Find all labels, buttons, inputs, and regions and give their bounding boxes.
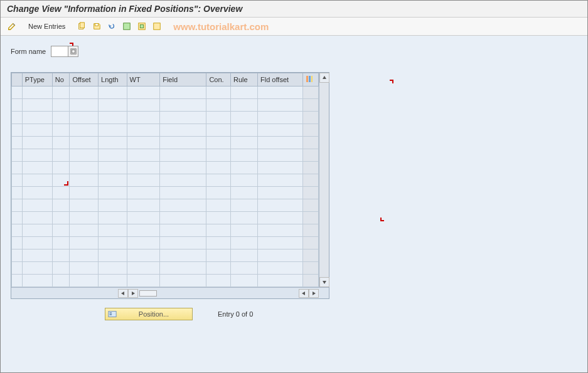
save-icon[interactable] [90, 20, 103, 33]
table-cell[interactable] [230, 174, 257, 187]
table-cell[interactable] [258, 262, 303, 275]
table-cell[interactable] [258, 187, 303, 199]
table-cell[interactable] [230, 99, 257, 112]
table-cell[interactable] [160, 237, 206, 250]
table-cell[interactable] [230, 237, 257, 250]
table-cell[interactable] [22, 174, 52, 187]
table-cell[interactable] [160, 162, 206, 174]
table-row[interactable] [12, 99, 319, 112]
table-cell[interactable] [230, 137, 257, 149]
table-row[interactable] [12, 137, 319, 149]
table-cell[interactable] [258, 162, 303, 174]
row-selector-header[interactable] [12, 73, 23, 87]
table-row[interactable] [12, 262, 319, 275]
row-selector[interactable] [12, 212, 23, 224]
table-cell[interactable] [99, 99, 127, 112]
col-header-con[interactable]: Con. [206, 73, 231, 87]
table-cell[interactable] [52, 212, 70, 224]
table-cell[interactable] [99, 187, 127, 199]
table-cell[interactable] [160, 262, 206, 275]
form-name-input[interactable] [51, 46, 68, 57]
table-cell[interactable] [127, 174, 160, 187]
table-cell[interactable] [52, 237, 70, 250]
table-cell[interactable] [22, 212, 52, 224]
table-cell[interactable] [70, 212, 99, 224]
table-cell[interactable] [127, 262, 160, 275]
table-cell[interactable] [230, 112, 257, 124]
row-selector[interactable] [12, 237, 23, 250]
undo-icon[interactable] [105, 20, 118, 33]
table-cell[interactable] [230, 162, 257, 174]
table-cell[interactable] [160, 112, 206, 124]
table-cell[interactable] [70, 112, 99, 124]
table-cell[interactable] [70, 87, 99, 99]
table-cell[interactable] [52, 174, 70, 187]
row-selector[interactable] [12, 187, 23, 199]
table-cell[interactable] [127, 124, 160, 137]
table-cell[interactable] [206, 262, 231, 275]
table-cell[interactable] [127, 250, 160, 262]
table-row[interactable] [12, 237, 319, 250]
table-cell[interactable] [52, 275, 70, 287]
configure-columns-icon[interactable] [302, 73, 318, 87]
table-cell[interactable] [22, 224, 52, 237]
table-cell[interactable] [230, 275, 257, 287]
table-cell[interactable] [22, 199, 52, 212]
position-button[interactable]: Position... [105, 308, 193, 320]
scroll-left-end-icon[interactable] [299, 289, 309, 298]
table-cell[interactable] [99, 275, 127, 287]
select-all-icon[interactable] [120, 20, 133, 33]
table-cell[interactable] [230, 124, 257, 137]
table-row[interactable] [12, 174, 319, 187]
table-row[interactable] [12, 250, 319, 262]
table-cell[interactable] [258, 212, 303, 224]
table-cell[interactable] [70, 224, 99, 237]
table-cell[interactable] [99, 212, 127, 224]
table-cell[interactable] [206, 162, 231, 174]
table-cell[interactable] [70, 124, 99, 137]
scroll-down-icon[interactable] [319, 277, 329, 287]
table-cell[interactable] [70, 275, 99, 287]
scroll-right-icon[interactable] [128, 289, 138, 298]
table-cell[interactable] [160, 174, 206, 187]
table-cell[interactable] [52, 137, 70, 149]
table-cell[interactable] [160, 187, 206, 199]
table-cell[interactable] [127, 187, 160, 199]
table-cell[interactable] [70, 99, 99, 112]
table-cell[interactable] [258, 250, 303, 262]
table-row[interactable] [12, 149, 319, 162]
table-cell[interactable] [99, 149, 127, 162]
table-cell[interactable] [22, 275, 52, 287]
table-cell[interactable] [160, 199, 206, 212]
table-cell[interactable] [206, 237, 231, 250]
table-cell[interactable] [52, 124, 70, 137]
table-cell[interactable] [127, 199, 160, 212]
row-selector[interactable] [12, 87, 23, 99]
table-cell[interactable] [127, 162, 160, 174]
edit-icon[interactable] [6, 20, 18, 33]
row-selector[interactable] [12, 174, 23, 187]
table-cell[interactable] [52, 149, 70, 162]
table-cell[interactable] [99, 174, 127, 187]
table-cell[interactable] [160, 149, 206, 162]
table-cell[interactable] [258, 124, 303, 137]
table-cell[interactable] [22, 262, 52, 275]
col-header-fld-offset[interactable]: Fld offset [258, 73, 303, 87]
table-cell[interactable] [206, 112, 231, 124]
scroll-up-icon[interactable] [319, 73, 329, 83]
row-selector[interactable] [12, 149, 23, 162]
table-cell[interactable] [52, 99, 70, 112]
table-cell[interactable] [206, 224, 231, 237]
table-cell[interactable] [22, 87, 52, 99]
table-cell[interactable] [22, 124, 52, 137]
table-cell[interactable] [230, 187, 257, 199]
table-cell[interactable] [127, 275, 160, 287]
table-cell[interactable] [99, 199, 127, 212]
col-header-no[interactable]: No [52, 73, 70, 87]
new-entries-button[interactable]: New Entries [23, 21, 70, 31]
table-cell[interactable] [230, 199, 257, 212]
table-cell[interactable] [206, 199, 231, 212]
table-cell[interactable] [160, 124, 206, 137]
table-cell[interactable] [160, 224, 206, 237]
table-row[interactable] [12, 212, 319, 224]
